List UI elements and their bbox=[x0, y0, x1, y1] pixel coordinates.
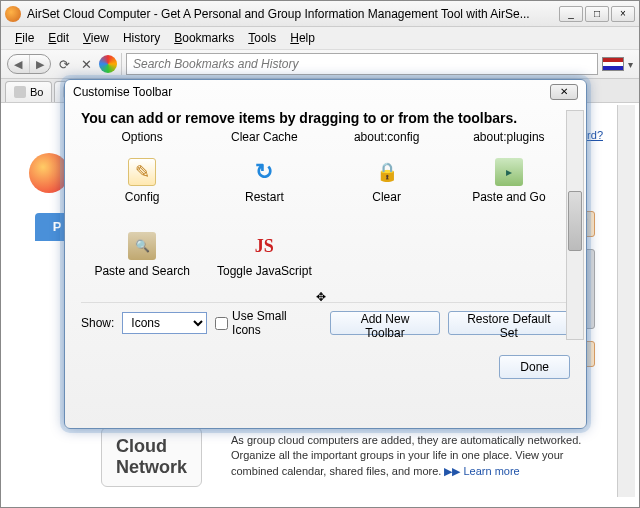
nav-toolbar: ◀ ▶ ⟳ ✕ Search Bookmarks and History ▾ bbox=[1, 49, 639, 79]
url-search-field[interactable]: Search Bookmarks and History bbox=[126, 53, 598, 75]
dialog-vertical-scrollbar[interactable] bbox=[566, 110, 584, 340]
dialog-bottom-bar: Show: Icons Use Small Icons Add New Tool… bbox=[81, 302, 570, 337]
add-new-toolbar-button[interactable]: Add New Toolbar bbox=[330, 311, 439, 335]
menu-edit[interactable]: Edit bbox=[42, 29, 75, 47]
menu-bar: File Edit View History Bookmarks Tools H… bbox=[1, 27, 639, 49]
swirl-icon bbox=[99, 55, 117, 73]
restore-default-set-button[interactable]: Restore Default Set bbox=[448, 311, 570, 335]
menu-help[interactable]: Help bbox=[284, 29, 321, 47]
minimize-button[interactable]: _ bbox=[559, 6, 583, 22]
dialog-close-button[interactable]: ✕ bbox=[550, 84, 578, 100]
paste-go-icon bbox=[495, 158, 523, 186]
home-button[interactable] bbox=[99, 55, 117, 73]
tab-1[interactable]: Bo bbox=[5, 81, 52, 102]
menu-tools[interactable]: Tools bbox=[242, 29, 282, 47]
customise-toolbar-dialog: Customise Toolbar ✕ You can add or remov… bbox=[64, 79, 587, 429]
scrollbar-thumb[interactable] bbox=[568, 191, 582, 251]
cloud-line1: Cloud bbox=[116, 436, 187, 457]
paste-search-icon bbox=[128, 232, 156, 260]
config-icon bbox=[128, 158, 156, 186]
item-pastesearch-label: Paste and Search bbox=[81, 264, 203, 278]
separator bbox=[121, 53, 122, 75]
restart-icon bbox=[250, 158, 278, 186]
menu-history[interactable]: History bbox=[117, 29, 166, 47]
page-vertical-scrollbar[interactable] bbox=[617, 105, 635, 497]
item-toggle-javascript[interactable]: JS Toggle JavaScript bbox=[203, 232, 325, 278]
use-small-icons-text: Use Small Icons bbox=[232, 309, 314, 337]
use-small-icons-label[interactable]: Use Small Icons bbox=[215, 309, 314, 337]
item-restart[interactable]: Restart bbox=[203, 158, 325, 204]
use-small-icons-checkbox[interactable] bbox=[215, 317, 228, 330]
back-button[interactable]: ◀ bbox=[8, 55, 30, 73]
show-label: Show: bbox=[81, 316, 114, 330]
item-togglejs-label: Toggle JavaScript bbox=[203, 264, 325, 278]
favicon-icon bbox=[14, 86, 26, 98]
airset-logo-icon bbox=[29, 153, 69, 193]
item-about-plugins[interactable]: about:plugins bbox=[448, 130, 570, 144]
body-text: As group cloud computers are added, they… bbox=[231, 433, 599, 479]
item-options[interactable]: Options bbox=[81, 130, 203, 144]
done-button[interactable]: Done bbox=[499, 355, 570, 379]
cloud-line2: Network bbox=[116, 457, 187, 478]
firefox-icon bbox=[5, 6, 21, 22]
lock-icon bbox=[373, 158, 401, 186]
item-about-config[interactable]: about:config bbox=[326, 130, 448, 144]
close-window-button[interactable]: × bbox=[611, 6, 635, 22]
item-clear-label: Clear bbox=[326, 190, 448, 204]
flag-icon[interactable] bbox=[602, 57, 624, 71]
item-clear[interactable]: Clear bbox=[326, 158, 448, 204]
window-titlebar: AirSet Cloud Computer - Get A Personal a… bbox=[1, 1, 639, 27]
toolbar-items-grid: Config Restart Clear Paste and Go Paste … bbox=[81, 158, 570, 278]
item-config[interactable]: Config bbox=[81, 158, 203, 204]
text-item-row: Options Clear Cache about:config about:p… bbox=[81, 130, 570, 144]
body-line1: As group cloud computers are added, they… bbox=[231, 434, 581, 446]
maximize-button[interactable]: □ bbox=[585, 6, 609, 22]
forward-button[interactable]: ▶ bbox=[30, 55, 51, 73]
item-pastego-label: Paste and Go bbox=[448, 190, 570, 204]
learn-more-link[interactable]: ▶▶ Learn more bbox=[444, 465, 519, 477]
menu-bookmarks[interactable]: Bookmarks bbox=[168, 29, 240, 47]
item-restart-label: Restart bbox=[203, 190, 325, 204]
cloud-network-card: Cloud Network bbox=[101, 427, 202, 487]
js-icon: JS bbox=[250, 232, 278, 260]
dropdown-arrow-icon[interactable]: ▾ bbox=[628, 59, 633, 70]
menu-file[interactable]: File bbox=[9, 29, 40, 47]
item-config-label: Config bbox=[81, 190, 203, 204]
back-forward-pill: ◀ ▶ bbox=[7, 54, 51, 74]
dialog-title: Customise Toolbar bbox=[73, 85, 550, 99]
url-placeholder: Search Bookmarks and History bbox=[133, 57, 298, 71]
menu-view[interactable]: View bbox=[77, 29, 115, 47]
reload-button[interactable]: ⟳ bbox=[55, 55, 73, 73]
show-select[interactable]: Icons bbox=[122, 312, 207, 334]
dialog-titlebar: Customise Toolbar ✕ bbox=[65, 80, 586, 104]
stop-button[interactable]: ✕ bbox=[77, 55, 95, 73]
tab-1-label: Bo bbox=[30, 86, 43, 98]
item-paste-and-search[interactable]: Paste and Search bbox=[81, 232, 203, 278]
window-title: AirSet Cloud Computer - Get A Personal a… bbox=[27, 7, 559, 21]
dialog-heading: You can add or remove items by dragging … bbox=[81, 110, 570, 126]
item-clear-cache[interactable]: Clear Cache bbox=[203, 130, 325, 144]
item-paste-and-go[interactable]: Paste and Go bbox=[448, 158, 570, 204]
